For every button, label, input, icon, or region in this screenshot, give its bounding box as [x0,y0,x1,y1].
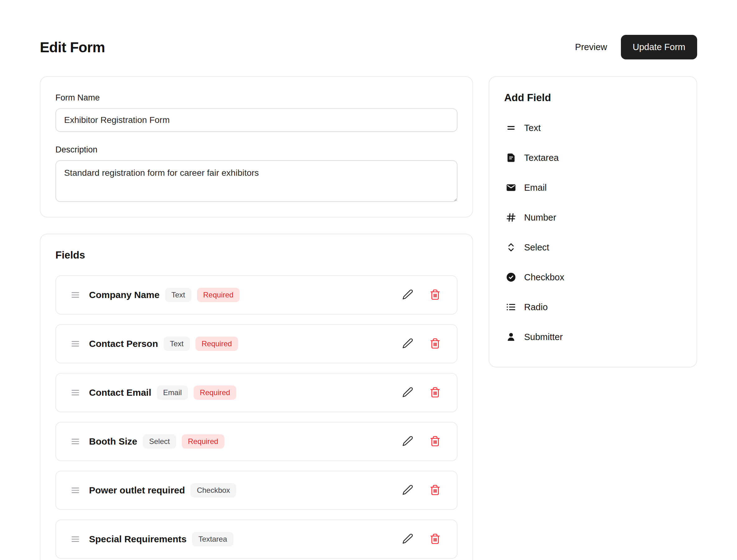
delete-field-button[interactable] [428,531,443,547]
trash-icon [430,533,441,545]
delete-field-button[interactable] [428,385,443,401]
add-field-panel: Add Field Text Textarea Email Number Sel… [489,76,697,367]
trash-icon [430,387,441,399]
user-icon [506,331,517,343]
add-field-option-label: Radio [524,302,548,312]
document-icon [506,152,517,163]
description-label: Description [55,145,458,155]
field-name: Contact Person [89,338,158,349]
form-settings-card: Form Name Description Standard registrat… [40,76,473,217]
field-row: Company Name Text Required [55,275,458,315]
field-row: Power outlet required Checkbox [55,471,458,510]
field-list: Company Name Text Required [55,275,458,559]
add-field-option[interactable]: Textarea [504,143,682,173]
add-field-option[interactable]: Number [504,203,682,232]
edit-field-button[interactable] [400,483,415,498]
add-field-option[interactable]: Email [504,173,682,203]
mail-icon [506,182,517,193]
pencil-icon [402,484,413,497]
field-type-badge: Textarea [192,532,233,546]
add-field-option-label: Number [524,212,556,223]
add-field-option[interactable]: Radio [504,292,682,322]
delete-field-button[interactable] [428,287,443,303]
pencil-icon [402,387,413,399]
drag-handle-icon[interactable] [70,339,80,349]
field-type-badge: Select [143,434,176,449]
fields-title: Fields [55,249,458,261]
field-required-badge: Required [195,337,238,351]
add-field-option-label: Select [524,242,549,253]
field-row: Booth Size Select Required [55,422,458,461]
left-column: Form Name Description Standard registrat… [40,76,473,560]
edit-field-button[interactable] [400,531,415,547]
circle-check-icon [506,272,517,283]
add-field-option-label: Text [524,123,541,133]
field-row: Contact Email Email Required [55,373,458,412]
pencil-icon [402,533,413,545]
chevrons-up-down-icon [506,242,517,253]
delete-field-button[interactable] [428,336,443,352]
add-field-list: Text Textarea Email Number Select Checkb… [504,113,682,352]
trash-icon [430,338,441,350]
trash-icon [430,436,441,448]
add-field-option-label: Checkbox [524,272,564,282]
field-row: Contact Person Text Required [55,324,458,363]
main-content: Form Name Description Standard registrat… [40,76,697,560]
fields-card: Fields Company Name Text Required [40,234,473,560]
field-type-badge: Checkbox [190,483,236,497]
drag-handle-icon[interactable] [70,485,80,495]
header-actions: Preview Update Form [566,35,697,59]
list-icon [506,301,517,313]
add-field-option[interactable]: Checkbox [504,262,682,292]
field-type-badge: Text [165,288,191,302]
add-field-option[interactable]: Text [504,113,682,143]
edit-field-button[interactable] [400,287,415,303]
field-type-badge: Text [164,337,190,351]
page-header: Edit Form Preview Update Form [40,35,697,59]
field-name: Power outlet required [89,485,185,496]
drag-handle-icon[interactable] [70,534,80,544]
drag-handle-icon[interactable] [70,388,80,398]
description-textarea[interactable]: Standard registration form for career fa… [55,160,458,202]
delete-field-button[interactable] [428,483,443,498]
edit-field-button[interactable] [400,434,415,450]
trash-icon [430,289,441,301]
add-field-option-label: Submitter [524,332,563,342]
drag-handle-icon[interactable] [70,290,80,300]
add-field-option[interactable]: Submitter [504,322,682,352]
field-name: Special Requirements [89,534,186,544]
field-required-badge: Required [182,434,224,449]
form-name-input[interactable] [55,108,458,132]
edit-form-page: Edit Form Preview Update Form Form Name … [0,35,737,560]
add-field-option-label: Email [524,183,547,193]
pencil-icon [402,289,413,301]
field-required-badge: Required [193,385,236,400]
field-name: Booth Size [89,436,137,447]
preview-button[interactable]: Preview [566,36,617,58]
trash-icon [430,484,441,497]
add-field-title: Add Field [504,92,682,104]
pencil-icon [402,436,413,448]
field-type-badge: Email [157,385,188,400]
delete-field-button[interactable] [428,434,443,450]
drag-handle-icon[interactable] [70,436,80,446]
equals-icon [506,122,517,133]
add-field-option-label: Textarea [524,153,559,163]
field-name: Company Name [89,290,160,300]
hash-icon [506,212,517,223]
edit-field-button[interactable] [400,336,415,352]
edit-field-button[interactable] [400,385,415,401]
pencil-icon [402,338,413,350]
page-title: Edit Form [40,39,105,56]
add-field-option[interactable]: Select [504,232,682,262]
field-required-badge: Required [197,288,240,302]
form-name-label: Form Name [55,93,458,103]
field-row: Special Requirements Textarea [55,520,458,559]
update-form-button[interactable]: Update Form [621,35,697,59]
field-name: Contact Email [89,387,151,398]
